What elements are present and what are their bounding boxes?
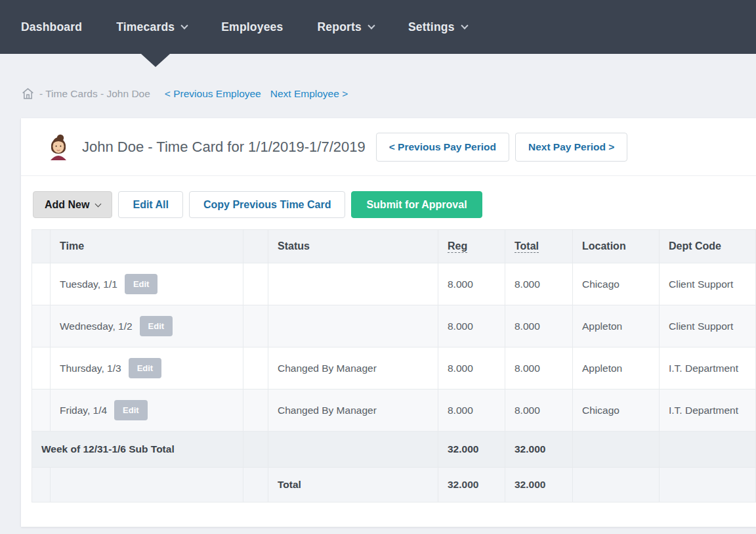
chevron-down-icon (368, 22, 375, 29)
chevron-down-icon (181, 22, 188, 29)
copy-previous-time-card-button[interactable]: Copy Previous Time Card (189, 191, 345, 218)
nav-item-label: Dashboard (21, 20, 82, 34)
status-cell: Changed By Manager (268, 389, 438, 432)
status-cell: Changed By Manager (268, 347, 438, 389)
empty-cell (51, 468, 243, 502)
edit-button[interactable]: Edit (125, 274, 158, 294)
grand-total-label-cell: Total (268, 468, 438, 502)
location-cell: Chicago (573, 263, 660, 305)
nav-item-dashboard[interactable]: Dashboard (21, 20, 82, 34)
edit-all-button[interactable]: Edit All (118, 191, 183, 218)
spacer-cell (243, 468, 268, 502)
edit-button[interactable]: Edit (114, 400, 148, 420)
spacer-cell (243, 389, 268, 432)
reg-cell: 8.000 (438, 305, 505, 347)
status-cell (268, 263, 438, 305)
column-header-reg: Reg (438, 230, 505, 263)
row-spacer-cell (32, 468, 51, 502)
nav-item-timecards[interactable]: Timecards (116, 20, 187, 34)
dept-code-cell: I.T. Department (660, 347, 756, 389)
total-grand-total-cell: 32.000 (505, 468, 573, 502)
grand-total-row: Total 32.000 32.000 (32, 468, 756, 502)
total-cell: 8.000 (505, 263, 573, 305)
table-row: Thursday, 1/3 Edit Changed By Manager 8.… (32, 347, 756, 389)
reg-cell: 8.000 (438, 347, 505, 389)
table-row: Wednesday, 1/2 Edit 8.000 8.000 Appleton… (32, 305, 756, 347)
day-label: Friday, 1/4 (60, 405, 107, 416)
previous-employee-link[interactable]: < Previous Employee (165, 88, 261, 100)
row-spacer-cell (32, 263, 51, 305)
nav-item-label: Employees (221, 20, 283, 34)
previous-pay-period-button[interactable]: < Previous Pay Period (376, 133, 509, 162)
reg-subtotal-cell: 32.000 (438, 432, 505, 468)
total-cell: 8.000 (505, 389, 573, 432)
status-cell (268, 305, 438, 347)
week-subtotal-row: Week of 12/31-1/6 Sub Total 32.000 32.00… (32, 432, 756, 468)
dept-code-cell: I.T. Department (660, 389, 756, 432)
nav-item-label: Settings (408, 20, 455, 34)
day-cell: Tuesday, 1/1 Edit (51, 263, 243, 305)
nav-item-settings[interactable]: Settings (408, 20, 467, 34)
column-header-dept-code: Dept Code (660, 230, 756, 263)
dept-code-cell (660, 468, 756, 502)
timecard-panel: John Doe - Time Card for 1/1/2019-1/7/20… (21, 118, 756, 527)
location-cell (573, 432, 660, 468)
column-header-total: Total (505, 230, 573, 263)
edit-button[interactable]: Edit (140, 316, 173, 336)
action-toolbar: Add New Edit All Copy Previous Time Card… (21, 176, 756, 218)
timecard-table: Time Status Reg Total Location Dept Code… (32, 229, 756, 502)
column-header-location: Location (573, 230, 660, 263)
row-spacer-cell (32, 389, 51, 432)
add-new-button[interactable]: Add New (33, 191, 112, 218)
reg-cell: 8.000 (438, 389, 505, 432)
nav-item-employees[interactable]: Employees (221, 20, 283, 34)
row-spacer-cell (32, 305, 51, 347)
day-label: Tuesday, 1/1 (60, 278, 117, 290)
home-icon[interactable] (21, 87, 35, 100)
column-header-time: Time (51, 230, 243, 263)
next-employee-link[interactable]: Next Employee > (270, 88, 348, 100)
dept-code-cell: Client Support (660, 263, 756, 305)
reg-grand-total-cell: 32.000 (438, 468, 505, 502)
column-header-spacer (243, 230, 268, 263)
spacer-cell (243, 432, 268, 468)
nav-item-reports[interactable]: Reports (317, 20, 374, 34)
breadcrumb: - Time Cards - John Doe < Previous Emplo… (21, 87, 756, 100)
day-label: Wednesday, 1/2 (60, 321, 133, 332)
page-title: John Doe - Time Card for 1/1/2019-1/7/20… (82, 139, 366, 156)
spacer-cell (243, 347, 268, 389)
location-cell: Appleton (573, 305, 660, 347)
row-spacer-cell (32, 347, 51, 389)
total-cell: 8.000 (505, 305, 573, 347)
total-cell: 8.000 (505, 347, 573, 389)
day-cell: Thursday, 1/3 Edit (51, 347, 243, 389)
add-new-label: Add New (45, 199, 89, 211)
subtotal-label-cell: Week of 12/31-1/6 Sub Total (32, 432, 243, 468)
nav-item-label: Reports (317, 20, 362, 34)
day-cell: Wednesday, 1/2 Edit (51, 305, 243, 347)
timecard-header: John Doe - Time Card for 1/1/2019-1/7/20… (21, 118, 756, 176)
reg-cell: 8.000 (438, 263, 505, 305)
table-header-row: Time Status Reg Total Location Dept Code (32, 230, 756, 263)
table-row: Friday, 1/4 Edit Changed By Manager 8.00… (32, 389, 756, 432)
dept-code-cell: Client Support (660, 305, 756, 347)
employee-avatar (47, 134, 70, 160)
chevron-down-icon (461, 22, 468, 29)
day-cell: Friday, 1/4 Edit (51, 389, 243, 432)
top-navbar: Dashboard Timecards Employees Reports Se… (0, 0, 756, 54)
edit-button[interactable]: Edit (129, 358, 162, 378)
submit-for-approval-button[interactable]: Submit for Approval (351, 191, 482, 218)
active-tab-pointer (141, 54, 170, 67)
location-cell: Chicago (573, 389, 660, 432)
spacer-cell (243, 305, 268, 347)
total-subtotal-cell: 32.000 (505, 432, 573, 468)
chevron-down-icon (95, 200, 102, 207)
column-header-status: Status (268, 230, 438, 263)
next-pay-period-button[interactable]: Next Pay Period > (515, 133, 627, 162)
day-label: Thursday, 1/3 (60, 363, 121, 374)
status-cell (268, 432, 438, 468)
dept-code-cell (660, 432, 756, 468)
location-cell: Appleton (573, 347, 660, 389)
spacer-cell (243, 263, 268, 305)
nav-item-label: Timecards (116, 20, 175, 34)
